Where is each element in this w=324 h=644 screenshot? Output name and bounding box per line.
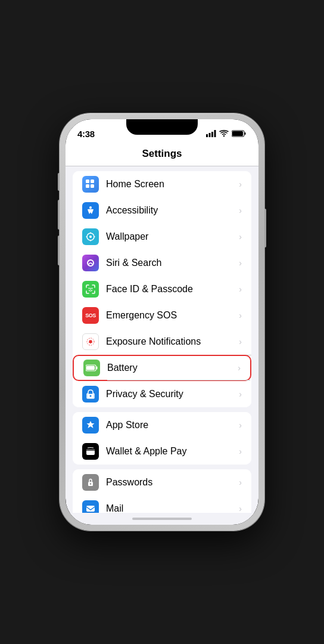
appstore-row[interactable]: App Store ›	[73, 412, 251, 438]
signal-icon	[206, 130, 216, 137]
home-screen-icon	[82, 176, 99, 193]
svg-rect-8	[91, 179, 94, 183]
siri-icon	[82, 255, 99, 271]
faceid-icon	[82, 281, 99, 298]
sos-label: Emergency SOS	[106, 310, 239, 321]
sos-chevron: ›	[239, 311, 242, 320]
svg-rect-9	[86, 184, 89, 188]
sos-row[interactable]: SOS Emergency SOS ›	[73, 302, 251, 329]
privacy-label: Privacy & Security	[106, 389, 239, 400]
sos-text: SOS	[85, 312, 96, 318]
svg-rect-10	[91, 184, 94, 188]
faceid-row[interactable]: Face ID & Passcode ›	[73, 276, 251, 302]
volume-down-button	[58, 236, 60, 265]
accessibility-chevron: ›	[239, 206, 242, 215]
svg-rect-7	[86, 179, 89, 183]
siri-label: Siri & Search	[106, 258, 239, 268]
home-bar	[132, 518, 192, 520]
passwords-icon-svg	[85, 477, 96, 488]
settings-scroll[interactable]: Home Screen › Accessibility ›	[66, 166, 258, 513]
home-screen-chevron: ›	[239, 179, 242, 189]
svg-rect-31	[86, 449, 95, 451]
battery-status-icon	[232, 130, 247, 137]
accessibility-label: Accessibility	[106, 205, 239, 216]
svg-rect-3	[214, 130, 216, 137]
siri-icon-svg	[85, 258, 96, 268]
privacy-icon-svg	[85, 389, 96, 400]
wallpaper-chevron: ›	[239, 232, 242, 242]
wallpaper-label: Wallpaper	[106, 231, 239, 242]
ios-screen: 4:38	[66, 119, 258, 525]
status-icons	[206, 130, 247, 137]
accessibility-row[interactable]: Accessibility ›	[73, 197, 251, 224]
status-bar: 4:38	[66, 119, 258, 143]
home-indicator	[66, 513, 258, 525]
svg-point-29	[90, 395, 92, 397]
accessibility-icon	[82, 202, 99, 219]
battery-row[interactable]: Battery ›	[73, 355, 251, 381]
battery-chevron: ›	[238, 363, 241, 373]
sos-icon: SOS	[82, 307, 99, 324]
phone-frame: 4:38	[60, 113, 264, 531]
exposure-label: Exposure Notifications	[106, 336, 239, 347]
wallpaper-icon-svg	[85, 231, 96, 242]
svg-rect-35	[86, 506, 95, 512]
faceid-label: Face ID & Passcode	[106, 284, 239, 295]
siri-row[interactable]: Siri & Search ›	[73, 250, 251, 276]
battery-label: Battery	[107, 363, 238, 373]
svg-rect-0	[206, 134, 208, 137]
wallet-chevron: ›	[239, 447, 242, 456]
mail-icon-svg	[85, 503, 96, 513]
status-time: 4:38	[77, 129, 95, 139]
svg-rect-1	[209, 133, 211, 137]
home-screen-icon-svg	[85, 179, 96, 190]
privacy-chevron: ›	[239, 389, 242, 399]
passwords-label: Passwords	[106, 477, 239, 488]
svg-rect-32	[92, 451, 94, 453]
svg-point-13	[89, 236, 92, 238]
wallet-icon	[82, 443, 99, 460]
page-title: Settings	[142, 148, 182, 159]
passwords-icon	[82, 474, 99, 491]
settings-group-1: Home Screen › Accessibility ›	[73, 171, 251, 407]
svg-point-19	[89, 288, 90, 289]
wallpaper-icon	[82, 228, 99, 245]
svg-rect-27	[86, 366, 95, 370]
settings-group-2: App Store › Wallet & Apple Pa	[73, 412, 251, 465]
exposure-chevron: ›	[239, 337, 242, 346]
mail-row[interactable]: Mail ›	[73, 496, 251, 513]
faceid-icon-svg	[85, 284, 96, 295]
mute-switch	[58, 173, 60, 191]
svg-point-20	[92, 288, 93, 289]
battery-icon-svg	[86, 364, 98, 371]
wallpaper-row[interactable]: Wallpaper ›	[73, 224, 251, 250]
svg-rect-5	[245, 132, 246, 135]
appstore-icon	[82, 417, 99, 434]
svg-rect-6	[232, 131, 243, 136]
passwords-chevron: ›	[239, 478, 242, 487]
settings-group-3: Passwords › Mail ›	[73, 469, 251, 513]
wallet-row[interactable]: Wallet & Apple Pay ›	[73, 438, 251, 465]
faceid-chevron: ›	[239, 284, 242, 294]
passwords-row[interactable]: Passwords ›	[73, 469, 251, 496]
appstore-icon-svg	[85, 420, 96, 431]
svg-rect-26	[96, 367, 98, 370]
wallet-icon-svg	[85, 446, 96, 457]
svg-rect-2	[211, 132, 213, 137]
exposure-icon-svg	[85, 336, 96, 347]
exposure-row[interactable]: Exposure Notifications ›	[73, 329, 251, 355]
exposure-icon	[82, 333, 99, 350]
appstore-chevron: ›	[239, 420, 242, 430]
mail-chevron: ›	[239, 504, 242, 513]
accessibility-icon-svg	[85, 205, 96, 216]
siri-chevron: ›	[239, 258, 242, 268]
volume-up-button	[58, 200, 60, 230]
wifi-icon	[219, 130, 229, 137]
mail-label: Mail	[106, 503, 239, 513]
privacy-row[interactable]: Privacy & Security ›	[73, 381, 251, 407]
mail-icon	[82, 500, 99, 513]
wallet-label: Wallet & Apple Pay	[106, 446, 239, 457]
privacy-icon	[82, 386, 99, 402]
appstore-label: App Store	[106, 420, 239, 431]
home-screen-row[interactable]: Home Screen ›	[73, 171, 251, 197]
